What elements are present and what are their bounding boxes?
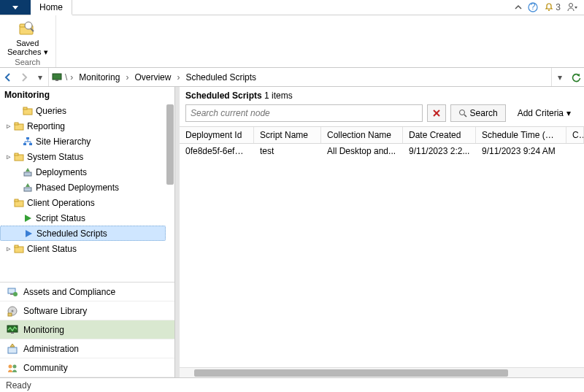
column-header[interactable]: Collection Name — [321, 127, 403, 143]
nav-section[interactable]: Administration — [0, 339, 174, 358]
saved-searches-button[interactable]: SavedSearches ▾ — [6, 17, 50, 58]
svg-point-8 — [25, 22, 32, 29]
table-row[interactable]: 0fe8de5f-6ef5-...testAll Desktop and...9… — [180, 144, 584, 158]
chevron-right-icon: › — [177, 72, 180, 82]
crumb-overview[interactable]: Overview — [131, 72, 174, 82]
cell — [566, 150, 584, 153]
nav-section[interactable]: Community — [0, 358, 174, 377]
svg-point-46 — [9, 364, 12, 368]
svg-rect-17 — [26, 137, 29, 139]
clear-search-button[interactable] — [427, 104, 446, 122]
cell: 9/11/2023 9:24 AM — [476, 145, 566, 158]
column-header[interactable]: Client Operation ID — [566, 127, 584, 143]
community-icon — [6, 361, 19, 374]
search-button-label: Search — [470, 108, 498, 118]
svg-point-47 — [13, 364, 17, 368]
assets-icon — [6, 285, 19, 299]
crumb-scheduled-scripts[interactable]: Scheduled Scripts — [182, 72, 259, 82]
tree-node-label: Phased Deployments — [36, 182, 119, 193]
svg-rect-28 — [24, 188, 31, 191]
magnifier-folder-icon — [18, 18, 38, 39]
tab-home[interactable]: Home — [31, 0, 72, 15]
play-green-icon — [22, 212, 34, 224]
tree-node[interactable]: Scheduled Scripts — [0, 226, 166, 241]
expand-toggle[interactable]: ▹ — [4, 244, 13, 253]
monitor-icon — [6, 323, 19, 337]
horizontal-scrollbar-thumb[interactable] — [194, 369, 508, 377]
close-icon — [432, 109, 441, 118]
search-input[interactable] — [185, 104, 423, 122]
nav-section[interactable]: Assets and Compliance — [0, 283, 174, 301]
tree-node[interactable]: ▹System Status — [0, 149, 166, 164]
cell: All Desktop and... — [321, 145, 403, 158]
nav-forward-button — [16, 69, 32, 85]
search-icon — [458, 109, 467, 118]
tree-node-label: Client Status — [27, 244, 77, 254]
crumb-monitoring[interactable]: Monitoring — [76, 72, 123, 82]
column-header[interactable]: Schedule Time (UTC) — [476, 127, 566, 143]
svg-marker-5 — [575, 7, 577, 9]
tree-node[interactable]: ▹Reporting — [0, 118, 166, 134]
expand-toggle[interactable]: ▹ — [4, 121, 13, 131]
nav-section[interactable]: Monitoring — [0, 320, 174, 339]
svg-marker-45 — [10, 344, 15, 347]
svg-line-51 — [464, 115, 466, 117]
tree-node[interactable]: Phased Deployments — [0, 180, 166, 195]
svg-point-38 — [13, 292, 18, 296]
tree-node-label: Deployments — [36, 167, 87, 177]
add-criteria-button[interactable]: Add Criteria ▾ — [510, 104, 578, 122]
nav-back-button[interactable] — [0, 69, 16, 85]
help-icon[interactable]: ? — [528, 2, 538, 12]
svg-marker-29 — [26, 183, 30, 187]
tree-node[interactable]: Deployments — [0, 164, 166, 180]
svg-text:?: ? — [531, 2, 536, 12]
chevron-right-icon: › — [70, 72, 73, 82]
svg-point-4 — [569, 4, 573, 7]
tree-node-label: Queries — [36, 106, 66, 116]
tree-scrollbar-thumb[interactable] — [166, 104, 174, 185]
left-panel-title: Monitoring — [0, 87, 174, 103]
user-menu-icon[interactable] — [566, 2, 578, 12]
svg-point-40 — [12, 310, 14, 312]
breadcrumb-dropdown-button[interactable]: ▾ — [552, 69, 568, 85]
tree-node[interactable]: Script Status — [0, 210, 166, 226]
svg-rect-25 — [15, 153, 18, 155]
tree-node[interactable]: Queries — [0, 103, 166, 118]
library-icon — [6, 304, 19, 318]
cell: test — [254, 145, 321, 158]
tree-node-label: Site Hierarchy — [36, 137, 91, 147]
app-menu-button[interactable] — [0, 0, 31, 15]
caret-up-icon[interactable] — [515, 4, 522, 11]
tree-node[interactable]: ▹Client Status — [0, 241, 166, 256]
hierarchy-icon — [22, 136, 34, 147]
tree-node-label: System Status — [27, 152, 83, 162]
svg-rect-11 — [55, 80, 58, 81]
svg-rect-19 — [29, 143, 32, 145]
column-header[interactable]: Script Name — [254, 127, 321, 143]
nav-history-dropdown[interactable]: ▾ — [32, 69, 48, 85]
svg-rect-31 — [15, 199, 18, 201]
add-criteria-label: Add Criteria — [518, 108, 564, 118]
monitor-icon — [52, 72, 62, 82]
breadcrumb[interactable]: \ › Monitoring › Overview › Scheduled Sc… — [48, 68, 552, 86]
search-button[interactable]: Search — [450, 104, 506, 122]
tree-node[interactable]: Client Operations — [0, 195, 166, 210]
nav-section[interactable]: Software Library — [0, 301, 174, 320]
nav-section-label: Administration — [23, 344, 79, 354]
notifications-count: 3 — [556, 2, 561, 12]
content-count: 1 items — [264, 91, 293, 101]
status-bar: Ready — [0, 377, 584, 392]
deploy-icon — [22, 166, 34, 178]
tree-node[interactable]: Site Hierarchy — [0, 134, 166, 149]
column-header[interactable]: Deployment Id — [180, 127, 254, 143]
column-header[interactable]: Date Created — [403, 127, 476, 143]
horizontal-scrollbar[interactable] — [180, 367, 584, 377]
nav-section-label: Community — [23, 363, 68, 373]
svg-rect-44 — [8, 347, 17, 353]
refresh-button[interactable] — [568, 69, 584, 85]
expand-toggle[interactable]: ▹ — [4, 152, 13, 161]
notifications-button[interactable]: 3 — [544, 2, 561, 12]
svg-rect-18 — [23, 143, 26, 145]
tree-node-label: Reporting — [27, 121, 65, 131]
svg-marker-0 — [12, 6, 18, 9]
